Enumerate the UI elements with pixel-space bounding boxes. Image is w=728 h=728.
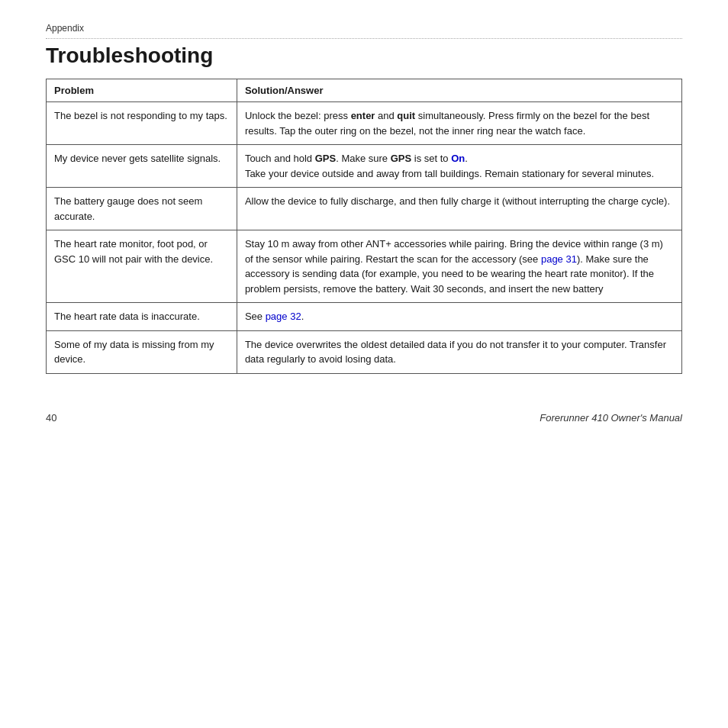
page-link[interactable]: page 32	[266, 311, 301, 322]
solution-cell: Allow the device to fully discharge, and…	[237, 188, 681, 230]
solution-cell: Touch and hold GPS. Make sure GPS is set…	[237, 145, 681, 188]
col-solution-header: Solution/Answer	[237, 79, 681, 102]
page-footer: 40 Forerunner 410 Owner's Manual	[46, 404, 682, 424]
table-row: The heart rate data is inaccurate.See pa…	[47, 303, 682, 331]
table-row: The battery gauge does not seem accurate…	[47, 188, 682, 230]
problem-cell: The battery gauge does not seem accurate…	[47, 188, 237, 230]
bold-keyword: GPS	[391, 153, 411, 164]
problem-cell: My device never gets satellite signals.	[47, 145, 237, 188]
problem-cell: Some of my data is missing from my devic…	[47, 330, 237, 373]
problem-cell: The heart rate data is inaccurate.	[47, 303, 237, 331]
solution-cell: Unlock the bezel: press enter and quit s…	[237, 102, 681, 145]
appendix-label: Appendix	[46, 23, 682, 39]
solution-cell: The device overwrites the oldest detaile…	[237, 330, 681, 373]
col-problem-header: Problem	[47, 79, 237, 102]
table-row: Some of my data is missing from my devic…	[47, 330, 682, 373]
solution-cell: See page 32.	[237, 303, 681, 331]
problem-cell: The bezel is not responding to my taps.	[47, 102, 237, 145]
bold-keyword: GPS	[315, 153, 336, 164]
table-row: My device never gets satellite signals.T…	[47, 145, 682, 188]
page-number: 40	[46, 412, 56, 424]
page-title: Troubleshooting	[46, 43, 682, 68]
bold-link: On	[451, 153, 465, 164]
bold-keyword: enter	[351, 110, 375, 121]
page-link[interactable]: page 31	[541, 253, 577, 265]
table-row: The heart rate monitor, foot pod, or GSC…	[47, 230, 682, 303]
table-row: The bezel is not responding to my taps.U…	[47, 102, 682, 145]
bold-keyword: quit	[397, 110, 415, 121]
solution-cell: Stay 10 m away from other ANT+ accessori…	[237, 230, 681, 303]
troubleshooting-table: Problem Solution/Answer The bezel is not…	[46, 79, 682, 374]
problem-cell: The heart rate monitor, foot pod, or GSC…	[47, 230, 237, 303]
manual-title: Forerunner 410 Owner's Manual	[540, 412, 682, 424]
